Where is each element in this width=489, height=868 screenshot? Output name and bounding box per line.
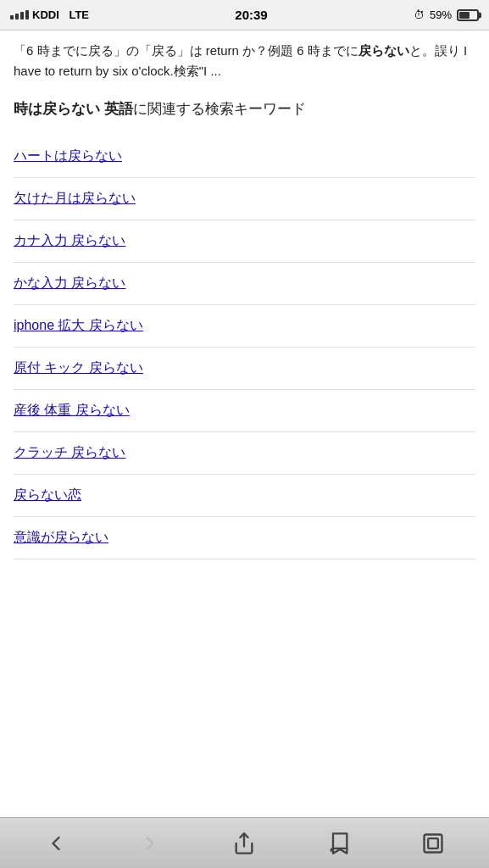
forward-icon — [138, 832, 162, 855]
tabs-button[interactable] — [412, 826, 454, 860]
search-link-5[interactable]: iphone 拡大 戻らない — [14, 305, 475, 347]
search-link-10[interactable]: 意識が戻らない — [14, 517, 475, 559]
search-link-8[interactable]: クラッチ 戻らない — [14, 432, 475, 474]
battery-indicator — [457, 9, 479, 21]
list-item: 戻らない恋 — [14, 475, 475, 517]
search-link-1[interactable]: ハートは戻らない — [14, 136, 475, 177]
search-links-list: ハートは戻らない 欠けた月は戻らない カナ入力 戻らない かな入力 戻らない i… — [14, 136, 475, 559]
search-link-6[interactable]: 原付 キック 戻らない — [14, 348, 475, 389]
list-item: 産後 体重 戻らない — [14, 390, 475, 432]
search-link-4[interactable]: かな入力 戻らない — [14, 263, 475, 304]
battery-percent: 59% — [430, 8, 452, 21]
main-content: 「6 時までに戻る」の「戻る」は return か？例題 6 時までに戻らないと… — [0, 31, 489, 817]
bottom-nav — [0, 817, 489, 868]
list-item: ハートは戻らない — [14, 136, 475, 178]
svg-rect-2 — [428, 838, 438, 849]
share-button[interactable] — [223, 826, 265, 860]
share-icon — [232, 832, 256, 855]
bookmarks-icon — [327, 832, 351, 855]
tabs-icon — [421, 832, 445, 855]
list-item: iphone 拡大 戻らない — [14, 305, 475, 348]
section-title-bold: 時は戻らない 英語 — [14, 101, 133, 117]
search-link-2[interactable]: 欠けた月は戻らない — [14, 178, 475, 220]
list-item: クラッチ 戻らない — [14, 432, 475, 475]
search-link-9[interactable]: 戻らない恋 — [14, 475, 475, 516]
back-icon — [44, 832, 68, 855]
carrier-info: KDDI LTE — [10, 8, 89, 21]
section-title: 時は戻らない 英語に関連する検索キーワード — [14, 98, 475, 120]
list-item: かな入力 戻らない — [14, 263, 475, 305]
list-item: 原付 キック 戻らない — [14, 348, 475, 390]
list-item: 欠けた月は戻らない — [14, 178, 475, 220]
list-item: 意識が戻らない — [14, 517, 475, 559]
status-time: 20:39 — [235, 8, 267, 22]
search-link-7[interactable]: 産後 体重 戻らない — [14, 390, 475, 431]
carrier-name: KDDI — [32, 8, 59, 21]
bookmarks-button[interactable] — [318, 826, 360, 860]
intro-paragraph: 「6 時までに戻る」の「戻る」は return か？例題 6 時までに戻らないと… — [14, 41, 475, 81]
forward-button[interactable] — [129, 826, 171, 860]
network-type: LTE — [69, 8, 89, 21]
signal-bars — [10, 10, 29, 19]
status-bar: KDDI LTE 20:39 ⏱ 59% — [0, 0, 489, 31]
back-button[interactable] — [35, 826, 77, 860]
list-item: カナ入力 戻らない — [14, 220, 475, 263]
lock-icon: ⏱ — [414, 8, 425, 21]
search-link-3[interactable]: カナ入力 戻らない — [14, 220, 475, 262]
svg-rect-1 — [425, 834, 442, 852]
bold-text: 戻らない — [358, 43, 409, 58]
status-right: ⏱ 59% — [414, 8, 479, 21]
